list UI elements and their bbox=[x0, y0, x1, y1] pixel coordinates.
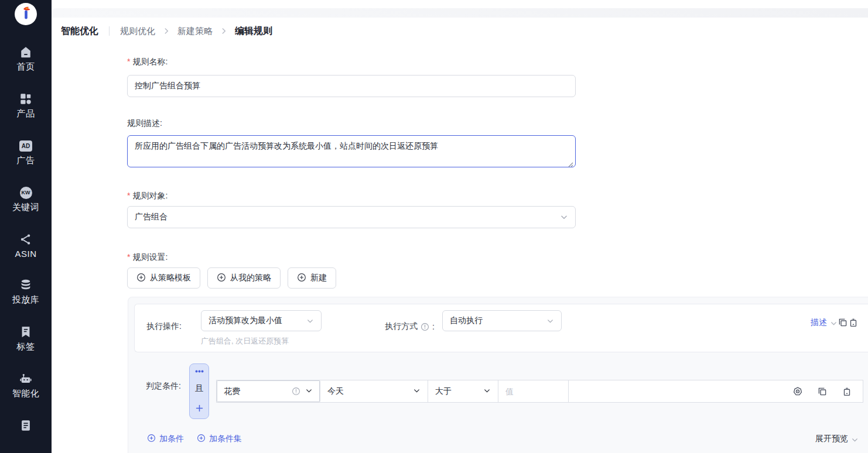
breadcrumb-item-rules[interactable]: 规则优化 bbox=[120, 26, 155, 37]
sidebar-item-label: ASIN bbox=[15, 249, 36, 259]
required-mark: * bbox=[127, 252, 130, 262]
copy-icon[interactable] bbox=[838, 317, 848, 328]
operator-select[interactable]: 大于 bbox=[428, 380, 498, 402]
rule-name-label: *规则名称: bbox=[127, 57, 168, 67]
chevron-down-icon bbox=[413, 387, 421, 396]
rule-setting-label: *规则设置: bbox=[127, 252, 168, 263]
mode-value: 自动执行 bbox=[450, 315, 546, 326]
rule-desc-textarea[interactable]: 所应用的广告组合下属的广告活动预算改为系统最小值，站点时间的次日返还原预算 bbox=[127, 135, 576, 167]
rule-object-select[interactable]: 广告组合 bbox=[127, 206, 576, 228]
required-mark: * bbox=[127, 191, 130, 200]
sidebar-item-label: 关键词 bbox=[12, 202, 40, 213]
sidebar-item-library[interactable]: 投放库 bbox=[12, 278, 40, 306]
library-icon bbox=[19, 278, 33, 292]
sidebar-item-docs[interactable] bbox=[19, 418, 33, 433]
sidebar-item-label: 投放库 bbox=[12, 294, 40, 306]
plus-circle-icon bbox=[136, 273, 146, 284]
rule-desc-label: 规则描述: bbox=[127, 118, 162, 129]
action-row-tools: 描述 bbox=[811, 317, 859, 328]
breadcrumb-current: 编辑规则 bbox=[235, 25, 272, 37]
date-range-select[interactable]: 今天 bbox=[320, 380, 428, 402]
sidebar-item-asin[interactable]: ASIN bbox=[15, 232, 36, 259]
trash-icon[interactable] bbox=[848, 317, 859, 328]
chevron-down-icon bbox=[483, 387, 491, 396]
create-new-button[interactable]: 新建 bbox=[288, 267, 336, 289]
app-root: 首页 产品 AD 广告 KW 关键词 bbox=[0, 0, 868, 453]
sidebar-item-ai[interactable]: 智能化 bbox=[12, 372, 40, 399]
info-icon[interactable] bbox=[292, 387, 300, 396]
sidebar-item-label: 智能化 bbox=[12, 388, 40, 399]
logic-operator[interactable]: 且 bbox=[195, 383, 203, 394]
condition-row-spacer bbox=[569, 380, 792, 402]
ad-icon: AD bbox=[19, 139, 33, 153]
action-value: 活动预算改为最小值 bbox=[209, 315, 306, 326]
locate-icon[interactable] bbox=[792, 386, 803, 397]
action-label: 执行操作: bbox=[146, 321, 182, 332]
home-icon bbox=[19, 45, 33, 59]
metric-select[interactable]: 花费 bbox=[217, 380, 320, 402]
rule-object-value: 广告组合 bbox=[135, 212, 560, 222]
condition-row-tools bbox=[792, 380, 863, 402]
top-strip bbox=[52, 8, 868, 18]
action-row: 执行操作: 活动预算改为最小值 广告组合, 次日返还原预算 执行方式 : bbox=[134, 304, 868, 352]
rule-editor-panel: 执行操作: 活动预算改为最小值 广告组合, 次日返还原预算 执行方式 : bbox=[128, 297, 868, 453]
sidebar-item-label: 产品 bbox=[17, 108, 35, 119]
tags-icon bbox=[19, 325, 33, 339]
sidebar-item-keywords[interactable]: KW 关键词 bbox=[12, 186, 40, 213]
sidebar: 首页 产品 AD 广告 KW 关键词 bbox=[0, 0, 52, 453]
docs-icon bbox=[19, 418, 33, 433]
chevron-down-icon[interactable] bbox=[830, 320, 838, 327]
plus-icon[interactable] bbox=[195, 404, 204, 413]
products-icon bbox=[19, 92, 33, 106]
rule-name-input[interactable] bbox=[127, 75, 576, 97]
breadcrumb-item-new-strategy[interactable]: 新建策略 bbox=[177, 26, 213, 37]
trash-icon[interactable] bbox=[842, 386, 852, 397]
breadcrumb-divider bbox=[109, 26, 110, 36]
sidebar-item-label: 广告 bbox=[17, 155, 35, 166]
sidebar-item-home[interactable]: 首页 bbox=[17, 45, 35, 73]
from-my-strategy-button[interactable]: 从我的策略 bbox=[207, 267, 281, 289]
info-icon[interactable] bbox=[421, 322, 429, 331]
metric-value: 花费 bbox=[224, 386, 292, 397]
mode-select[interactable]: 自动执行 bbox=[442, 310, 562, 331]
breadcrumb: 智能优化 规则优化 新建策略 编辑规则 bbox=[61, 18, 272, 44]
logic-pill[interactable]: 且 bbox=[189, 363, 209, 419]
main-area: 智能优化 规则优化 新建策略 编辑规则 *规则名称: 规则描述: 所应用的广告组… bbox=[52, 0, 868, 453]
plus-circle-icon bbox=[217, 273, 226, 284]
breadcrumb-root: 智能优化 bbox=[61, 25, 98, 37]
add-condition-group-link[interactable]: 加条件集 bbox=[197, 434, 242, 444]
app-logo[interactable] bbox=[15, 3, 37, 25]
action-hint: 广告组合, 次日返还原预算 bbox=[201, 336, 289, 346]
plus-circle-icon bbox=[297, 273, 306, 284]
from-template-button[interactable]: 从策略模板 bbox=[127, 267, 200, 289]
sidebar-nav: 首页 产品 AD 广告 KW 关键词 bbox=[0, 45, 52, 433]
description-link[interactable]: 描述 bbox=[811, 317, 827, 328]
date-range-value: 今天 bbox=[327, 386, 413, 397]
chevron-down-icon bbox=[560, 213, 568, 221]
condition-row: 花费 今天 大于 bbox=[216, 380, 863, 403]
sidebar-item-label: 首页 bbox=[17, 61, 35, 73]
chevron-down-icon bbox=[851, 436, 859, 444]
sidebar-item-ads[interactable]: AD 广告 bbox=[17, 139, 35, 166]
expand-preview-toggle[interactable]: 展开预览 bbox=[815, 434, 859, 444]
value-input[interactable] bbox=[505, 387, 561, 396]
rule-setting-buttons: 从策略模板 从我的策略 新建 bbox=[127, 267, 336, 289]
chevron-down-icon bbox=[305, 387, 313, 396]
chevron-right-icon bbox=[162, 27, 170, 35]
copy-icon[interactable] bbox=[817, 386, 828, 397]
chevron-down-icon bbox=[546, 317, 554, 325]
operator-value: 大于 bbox=[435, 386, 483, 397]
condition-links: 加条件 加条件集 bbox=[147, 434, 242, 444]
torch-logo-icon bbox=[18, 5, 33, 23]
asin-icon bbox=[19, 232, 33, 246]
condition-label: 判定条件: bbox=[146, 381, 181, 392]
action-select[interactable]: 活动预算改为最小值 bbox=[201, 310, 322, 331]
required-mark: * bbox=[127, 57, 130, 66]
plus-circle-icon bbox=[147, 434, 156, 444]
sidebar-item-products[interactable]: 产品 bbox=[17, 92, 35, 119]
sidebar-item-tags[interactable]: 标签 bbox=[17, 325, 35, 352]
plus-circle-icon bbox=[197, 434, 206, 444]
ellipsis-icon[interactable] bbox=[195, 370, 204, 373]
sidebar-item-label: 标签 bbox=[17, 341, 35, 352]
add-condition-link[interactable]: 加条件 bbox=[147, 434, 184, 444]
